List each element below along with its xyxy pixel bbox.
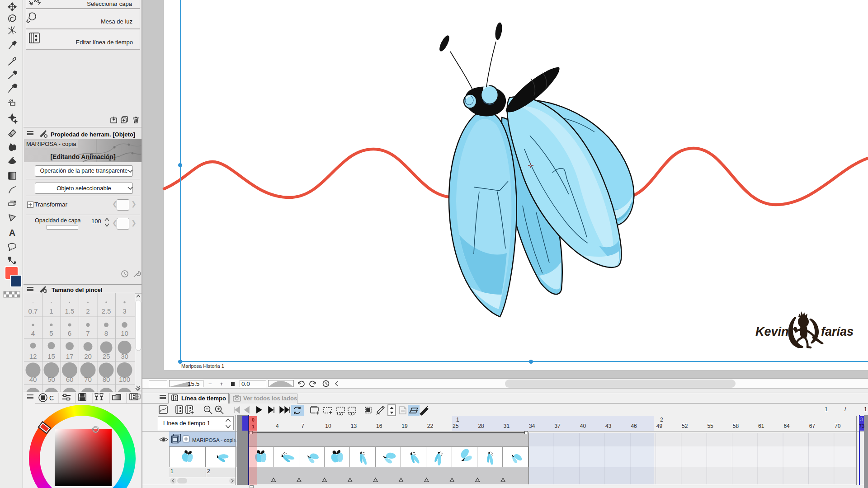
svg-text:5: 5 xyxy=(49,329,53,337)
svg-text:61: 61 xyxy=(758,423,764,429)
svg-text:20: 20 xyxy=(84,352,92,360)
svg-text:30: 30 xyxy=(121,352,128,360)
svg-text:7: 7 xyxy=(86,329,90,337)
svg-text:40: 40 xyxy=(29,375,37,383)
svg-text:49: 49 xyxy=(656,423,663,429)
svg-text:3: 3 xyxy=(123,307,126,315)
svg-text:17: 17 xyxy=(66,352,74,360)
svg-text:52: 52 xyxy=(682,423,688,429)
svg-text:Kevin: Kevin xyxy=(755,325,789,338)
svg-text:4: 4 xyxy=(31,329,35,337)
svg-text:46: 46 xyxy=(631,423,637,429)
svg-text:0.7: 0.7 xyxy=(28,307,38,315)
svg-text:80: 80 xyxy=(103,375,110,383)
svg-text:50: 50 xyxy=(47,375,55,383)
svg-text:70: 70 xyxy=(84,375,92,383)
svg-text:25: 25 xyxy=(103,352,110,360)
svg-text:60: 60 xyxy=(66,375,74,383)
svg-text:64: 64 xyxy=(783,423,790,429)
svg-text:farías: farías xyxy=(821,325,854,338)
svg-text:1: 1 xyxy=(49,307,53,315)
svg-text:2: 2 xyxy=(660,417,663,423)
svg-text:100: 100 xyxy=(119,375,130,383)
svg-text:1.5: 1.5 xyxy=(65,307,75,315)
svg-text:6: 6 xyxy=(68,329,71,337)
svg-text:12: 12 xyxy=(29,352,37,360)
svg-text:A: A xyxy=(9,228,15,238)
svg-text:C: C xyxy=(49,394,54,402)
svg-text:8: 8 xyxy=(104,329,108,337)
svg-text:55: 55 xyxy=(707,423,713,429)
svg-text:43: 43 xyxy=(605,423,612,429)
svg-text:2.5: 2.5 xyxy=(102,307,111,315)
svg-text:10: 10 xyxy=(121,329,128,337)
svg-text:70: 70 xyxy=(835,423,841,429)
svg-text:67: 67 xyxy=(809,423,816,429)
svg-text:40: 40 xyxy=(580,423,586,429)
svg-text:15: 15 xyxy=(47,352,55,360)
svg-text:2: 2 xyxy=(86,307,90,315)
svg-text:58: 58 xyxy=(733,423,739,429)
